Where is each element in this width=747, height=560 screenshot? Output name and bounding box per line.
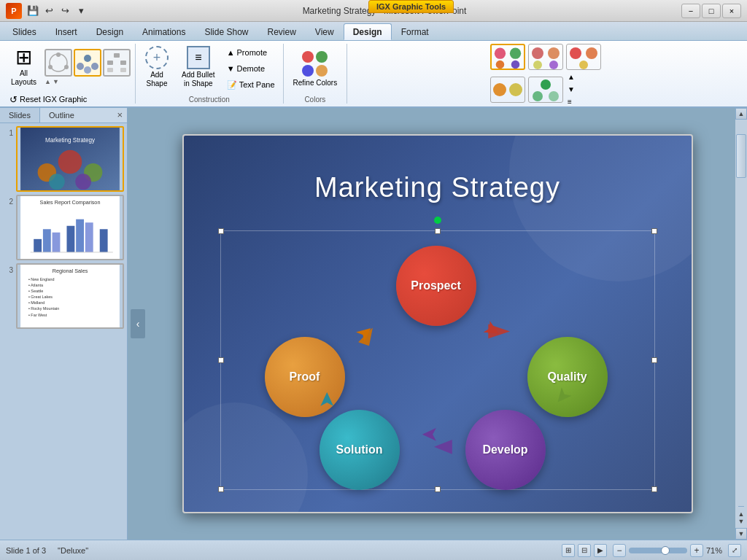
ribbon-tab-bar: Slides Insert Design Animations Slide Sh…: [0, 22, 747, 41]
layout-scroll-down[interactable]: ▼: [53, 78, 59, 85]
svg-text:Marketing Strategy: Marketing Strategy: [45, 137, 96, 144]
zoom-slider[interactable]: [629, 548, 687, 553]
text-pane-button[interactable]: 📝 Text Pane: [223, 77, 279, 92]
colors-group-content: Refine Colors: [288, 44, 343, 94]
reset-igx-button[interactable]: ↺ Reset IGX Graphic: [6, 92, 131, 106]
style-thumb-2[interactable]: [528, 44, 563, 70]
tab-view[interactable]: View: [306, 23, 344, 40]
tab-design[interactable]: Design: [87, 23, 133, 40]
sidebar-tab-slides[interactable]: Slides: [0, 108, 40, 122]
scroll-up-small[interactable]: ▲: [738, 510, 745, 518]
slide-item-3[interactable]: 3 Regional Sales • New England • Atlanta…: [3, 263, 124, 329]
layout-scroll-up[interactable]: ▲: [44, 78, 51, 85]
redo-button[interactable]: ↪: [58, 4, 71, 18]
fit-to-window-button[interactable]: ⤢: [728, 544, 741, 557]
slide-thumb-1[interactable]: Marketing Strategy: [16, 126, 124, 192]
tab-igx-design[interactable]: Design: [344, 23, 392, 40]
scroll-up-button[interactable]: ▲: [735, 108, 747, 120]
tab-review[interactable]: Review: [258, 23, 305, 40]
svg-rect-40: [53, 233, 61, 252]
tab-format[interactable]: Format: [392, 23, 438, 40]
promote-demote-pane: ▲ Promote ▼ Demote 📝 Text Pane: [223, 44, 279, 92]
svg-point-17: [532, 47, 543, 59]
svg-rect-44: [100, 229, 108, 252]
refine-colors-button[interactable]: Refine Colors: [288, 46, 343, 93]
style-thumb-3[interactable]: [566, 44, 601, 70]
tab-animations[interactable]: Animations: [133, 23, 195, 40]
slide-info: Slide 1 of 3: [6, 546, 46, 555]
sidebar-close-button[interactable]: ×: [112, 108, 127, 122]
style-thumb-5[interactable]: [528, 77, 563, 103]
all-layouts-button[interactable]: ⊞ AllLayouts: [6, 44, 42, 90]
add-bullet-button[interactable]: ≡ Add Bulletin Shape: [177, 44, 220, 90]
demote-button[interactable]: ▼ Demote: [223, 61, 279, 76]
maximize-button[interactable]: □: [702, 4, 721, 18]
promote-button[interactable]: ▲ Promote: [223, 45, 279, 60]
style-thumb-4[interactable]: [490, 77, 525, 103]
slide-item-2[interactable]: 2 Sales Report Comparison: [3, 195, 124, 260]
construction-group-content: + AddShape ≡ Add Bulletin Shape ▲ Promot…: [140, 44, 279, 94]
svg-point-18: [548, 47, 560, 59]
close-button[interactable]: ×: [722, 4, 741, 18]
save-button[interactable]: 💾: [26, 4, 39, 18]
svg-point-22: [586, 47, 597, 59]
zoom-thumb[interactable]: [661, 546, 670, 555]
svg-point-21: [570, 47, 581, 59]
layout-thumb-1[interactable]: [44, 49, 72, 77]
diagram-container[interactable]: Prospect Proof Quality Solution Develop: [220, 230, 655, 490]
quick-access-toolbar: 💾 ↩ ↪ ▾: [26, 4, 88, 18]
scrollbar-track: [735, 120, 747, 506]
svg-point-16: [511, 61, 519, 69]
style-thumb-1[interactable]: [490, 44, 525, 70]
add-shape-button[interactable]: + AddShape: [140, 44, 174, 90]
slide-show-button[interactable]: ▶: [594, 544, 607, 557]
solution-node[interactable]: Solution: [320, 410, 400, 490]
undo-button[interactable]: ↩: [42, 4, 55, 18]
develop-node[interactable]: Develop: [465, 410, 546, 490]
arrow-solution-proof: ➤: [314, 392, 338, 408]
qa-dropdown-button[interactable]: ▾: [74, 4, 88, 18]
minimize-button[interactable]: −: [681, 4, 700, 18]
scroll-down-small[interactable]: ▼: [738, 518, 745, 525]
layout-thumb-2[interactable]: [74, 49, 101, 77]
slide-thumb-2[interactable]: Sales Report Comparison: [16, 195, 124, 260]
demote-icon: ▼: [227, 64, 235, 73]
construction-buttons: + AddShape ≡ Add Bulletin Shape ▲ Promot…: [140, 44, 279, 92]
slide-canvas[interactable]: Marketing Strategy: [182, 134, 693, 513]
zoom-in-button[interactable]: +: [690, 544, 703, 557]
styles-more[interactable]: ≡: [566, 96, 603, 107]
svg-point-1: [56, 52, 61, 57]
svg-text:• Seattle: • Seattle: [28, 289, 43, 293]
svg-point-23: [579, 61, 588, 69]
layout-thumb-3[interactable]: [103, 49, 131, 77]
svg-point-35: [75, 174, 91, 190]
slide-thumb-3[interactable]: Regional Sales • New England • Atlanta •…: [16, 263, 124, 329]
prospect-node[interactable]: Prospect: [396, 246, 476, 326]
scrollbar-thumb[interactable]: [736, 134, 746, 178]
tab-insert[interactable]: Insert: [46, 23, 87, 40]
title-bar: P 💾 ↩ ↪ ▾ Marketing Strategy - Microsoft…: [0, 0, 747, 22]
layout-thumbs-container: ▲ ▼: [44, 49, 131, 85]
sidebar-tab-outline[interactable]: Outline: [40, 108, 83, 122]
rotate-handle[interactable]: [434, 217, 441, 224]
quality-label: Quality: [547, 370, 587, 384]
promote-icon: ▲: [227, 48, 235, 57]
svg-point-2: [64, 65, 69, 69]
svg-text:Sales Report Comparison: Sales Report Comparison: [40, 199, 101, 206]
svg-text:Regional Sales: Regional Sales: [53, 268, 88, 274]
prev-slide-button[interactable]: ‹: [131, 309, 145, 338]
slide-sorter-button[interactable]: ⊟: [578, 544, 591, 557]
slide-item-1[interactable]: 1 Marketing Strategy: [3, 126, 124, 192]
svg-point-27: [533, 91, 543, 101]
styles-scroll-down[interactable]: ▼: [566, 84, 603, 95]
svg-point-15: [496, 61, 504, 69]
content-area: ‹ Marketing Strategy: [128, 108, 747, 540]
tab-slideshow[interactable]: Slide Show: [195, 23, 258, 40]
tab-slides[interactable]: Slides: [3, 23, 46, 40]
colors-grid-icon: [302, 51, 328, 77]
zoom-out-button[interactable]: −: [613, 544, 626, 557]
scroll-down-button[interactable]: ▼: [735, 528, 747, 540]
status-bar: Slide 1 of 3 "Deluxe" ⊞ ⊟ ▶ − + 71% ⤢: [0, 540, 747, 560]
normal-view-button[interactable]: ⊞: [562, 544, 575, 557]
styles-scroll-up[interactable]: ▲: [566, 71, 603, 82]
